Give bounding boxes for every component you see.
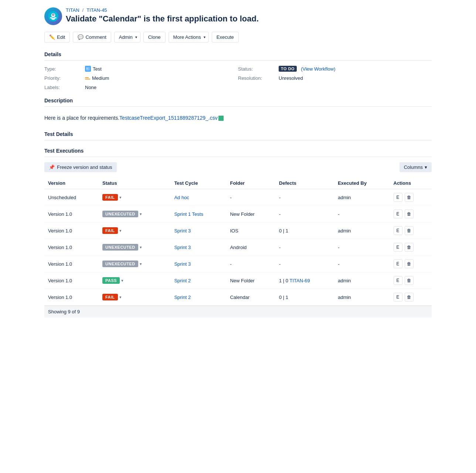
execute-row-button[interactable]: E — [394, 259, 402, 268]
clone-button[interactable]: Clone — [143, 32, 166, 42]
execute-row-button[interactable]: E — [394, 193, 402, 202]
breadcrumb-project[interactable]: TITAN — [66, 7, 79, 13]
table-header: Version Status Test Cycle Folder Defects… — [44, 177, 432, 189]
chevron-down-icon-3: ▾ — [425, 164, 427, 170]
execute-row-button[interactable]: E — [394, 243, 402, 252]
col-folder: Folder — [226, 177, 275, 189]
cell-defects: - — [275, 189, 334, 206]
table-row: Version 1.0 FAIL ▾ Sprint 3 IOS 0 | 1 ad… — [44, 222, 432, 239]
freeze-icon: 📌 — [49, 164, 55, 170]
cell-defects: - — [275, 206, 334, 222]
chevron-down-icon: ▾ — [135, 35, 137, 39]
details-title: Details — [44, 51, 432, 61]
csv-link[interactable]: TestcaseTreeExport_1511889287129_.csv — [119, 115, 218, 121]
cell-actions: E 🗑 — [390, 239, 432, 256]
test-details-title: Test Details — [44, 131, 432, 140]
status-badge: FAIL — [102, 294, 118, 300]
col-version: Version — [44, 177, 99, 189]
cycle-link[interactable]: Sprint 2 — [174, 278, 191, 283]
cell-version: Version 1.0 — [44, 272, 99, 289]
delete-row-button[interactable]: 🗑 — [405, 243, 414, 252]
status-dropdown-icon[interactable]: ▾ — [119, 228, 122, 233]
labels-row: Labels: None — [44, 85, 238, 90]
page-title: Validate "Calendar" is the first applica… — [66, 14, 259, 24]
details-left: Type: T Test Priority: — [44, 66, 238, 90]
delete-row-button[interactable]: 🗑 — [405, 226, 414, 235]
cell-executed-by: admin — [334, 272, 390, 289]
status-value: TO DO (View Workflow) — [279, 66, 336, 72]
cycle-link[interactable]: Sprint 3 — [174, 245, 191, 250]
cell-cycle: Sprint 3 — [170, 222, 226, 239]
cell-folder: Calendar — [226, 289, 275, 306]
execute-row-button[interactable]: E — [394, 276, 402, 285]
cell-cycle: Sprint 1 Tests — [170, 206, 226, 222]
test-type-icon: T — [85, 66, 91, 72]
delete-row-button[interactable]: 🗑 — [405, 276, 414, 285]
csv-icon — [218, 116, 224, 121]
execute-button[interactable]: Execute — [212, 32, 239, 42]
cell-defects: 1 | 0 TITAN-69 — [275, 272, 334, 289]
edit-button[interactable]: ✏️ Edit — [44, 32, 70, 42]
breadcrumb-sep: / — [82, 7, 84, 13]
cycle-link[interactable]: Sprint 2 — [174, 295, 191, 300]
status-dropdown-icon[interactable]: ▾ — [121, 278, 123, 283]
status-dropdown-icon[interactable]: ▾ — [119, 295, 122, 300]
status-dropdown-icon[interactable]: ▾ — [119, 195, 122, 200]
freeze-button[interactable]: 📌 Freeze version and status — [44, 162, 117, 172]
cell-cycle: Sprint 2 — [170, 272, 226, 289]
test-executions-title: Test Executions — [44, 148, 432, 157]
cell-status: FAIL ▾ — [99, 289, 170, 306]
cell-version: Version 1.0 — [44, 256, 99, 272]
breadcrumb-issue[interactable]: TITAN-45 — [86, 7, 107, 13]
cell-cycle: Sprint 2 — [170, 289, 226, 306]
priority-icon — [85, 77, 90, 79]
delete-row-button[interactable]: 🗑 — [405, 193, 414, 202]
table-row: Version 1.0 UNEXECUTED ▾ Sprint 3 Androi… — [44, 239, 432, 256]
svg-point-3 — [53, 14, 54, 15]
more-actions-button[interactable]: More Actions ▾ — [169, 32, 209, 42]
comment-button[interactable]: 💬 Comment — [73, 32, 111, 42]
cycle-link[interactable]: Sprint 1 Tests — [174, 211, 203, 217]
cell-version: Unscheduled — [44, 189, 99, 206]
delete-row-button[interactable]: 🗑 — [405, 259, 414, 268]
executions-table: Version Status Test Cycle Folder Defects… — [44, 177, 432, 306]
cell-actions: E 🗑 — [390, 222, 432, 239]
cell-defects: - — [275, 239, 334, 256]
delete-row-button[interactable]: 🗑 — [405, 210, 414, 218]
cell-status: UNEXECUTED ▾ — [99, 206, 170, 222]
col-test-cycle: Test Cycle — [170, 177, 226, 189]
cycle-link[interactable]: Sprint 3 — [174, 261, 191, 267]
cell-folder: Android — [226, 239, 275, 256]
chevron-down-icon-2: ▾ — [204, 35, 205, 39]
view-workflow-link[interactable]: (View Workflow) — [301, 66, 335, 72]
cycle-link[interactable]: Sprint 3 — [174, 228, 191, 234]
test-details-section: Test Details — [44, 131, 432, 140]
execute-row-button[interactable]: E — [394, 293, 402, 302]
cell-actions: E 🗑 — [390, 189, 432, 206]
defect-link[interactable]: TITAN-69 — [289, 278, 310, 283]
admin-button[interactable]: Admin ▾ — [114, 32, 140, 42]
delete-row-button[interactable]: 🗑 — [405, 293, 414, 302]
comment-icon: 💬 — [78, 34, 84, 40]
cell-folder: IOS — [226, 222, 275, 239]
description-section: Description Here is a place for requirem… — [44, 98, 432, 124]
execute-row-button[interactable]: E — [394, 226, 402, 235]
type-row: Type: T Test — [44, 66, 238, 72]
page-header: TITAN / TITAN-45 Validate "Calendar" is … — [44, 7, 432, 25]
col-defects: Defects — [275, 177, 334, 189]
cell-folder: New Folder — [226, 206, 275, 222]
status-row: Status: TO DO (View Workflow) — [238, 66, 432, 72]
priority-value: Medium — [85, 75, 109, 81]
execute-row-button[interactable]: E — [394, 210, 402, 218]
cycle-link[interactable]: Ad hoc — [174, 195, 189, 200]
cell-version: Version 1.0 — [44, 239, 99, 256]
cell-version: Version 1.0 — [44, 289, 99, 306]
status-dropdown-icon[interactable]: ▾ — [140, 245, 142, 250]
labels-value: None — [85, 85, 96, 90]
cell-executed-by: - — [334, 239, 390, 256]
svg-point-6 — [51, 18, 55, 20]
status-dropdown-icon[interactable]: ▾ — [140, 212, 142, 217]
columns-button[interactable]: Columns ▾ — [400, 162, 432, 172]
cell-executed-by: admin — [334, 222, 390, 239]
status-dropdown-icon[interactable]: ▾ — [140, 262, 142, 266]
